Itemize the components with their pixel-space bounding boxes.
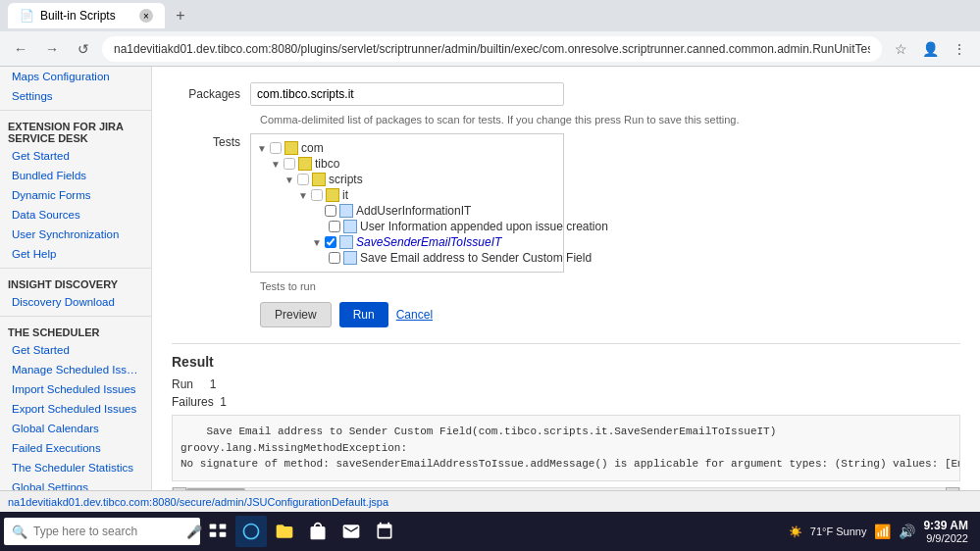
tab-close-btn[interactable]: ×: [139, 9, 153, 23]
tab-bar: 📄 Built-in Scripts × +: [0, 0, 980, 31]
sidebar-item-manage-scheduled[interactable]: Manage Scheduled Issues: [0, 360, 151, 379]
taskbar-search-input[interactable]: [33, 525, 181, 538]
run-button[interactable]: Run: [339, 302, 388, 327]
search-icon: 🔍: [12, 525, 27, 539]
button-row: Preview Run Cancel: [260, 302, 960, 327]
tree-node-saveemail[interactable]: Save Email address to Sender Custom Fiel…: [326, 250, 557, 266]
result-error-box: Save Email address to Sender Custom Fiel…: [172, 415, 960, 481]
tree-icon-it: [326, 188, 339, 202]
taskbar-icon-file-explorer[interactable]: [269, 516, 300, 547]
tree-text-saveemail: Save Email address to Sender Custom Fiel…: [360, 251, 592, 265]
tree-icon-scripts: [312, 173, 326, 186]
tree-text-com: com: [301, 141, 324, 155]
run-label: Run: [172, 377, 193, 391]
sidebar-item-global-calendars[interactable]: Global Calendars: [0, 419, 151, 438]
forward-button[interactable]: →: [39, 36, 65, 62]
sidebar-item-failed-executions[interactable]: Failed Executions: [0, 438, 151, 458]
sidebar-item-get-started-ext[interactable]: Get Started: [0, 146, 151, 166]
tree-check-com[interactable]: [270, 142, 282, 154]
run-value: 1: [210, 377, 217, 391]
weather-temp: 71°F Sunny: [810, 526, 867, 537]
result-stats-run: Run 1: [172, 377, 960, 391]
sidebar-item-bundled-fields[interactable]: Bundled Fields: [0, 166, 151, 185]
tree-node-scripts[interactable]: ▼ scripts: [284, 172, 557, 187]
cortana-icon[interactable]: 🎤: [186, 525, 202, 539]
sidebar-item-data-sources[interactable]: Data Sources: [0, 205, 151, 225]
svg-rect-1: [220, 525, 227, 529]
tree-check-adduserinfo[interactable]: [325, 205, 336, 217]
cancel-button[interactable]: Cancel: [396, 302, 433, 327]
tree-node-adduserinfo-sub[interactable]: User Information appended upon issue cre…: [326, 219, 557, 234]
tree-check-sub1[interactable]: [329, 221, 340, 232]
tree-node-savesender[interactable]: ▼ SaveSenderEmailToIssueIT: [312, 234, 557, 250]
sidebar-item-maps-config[interactable]: Maps Configuration: [0, 67, 151, 86]
tree-toggle-savesender[interactable]: ▼: [312, 237, 322, 248]
tree-node-tibco[interactable]: ▼ tibco: [271, 156, 557, 172]
taskbar-icon-calendar[interactable]: [369, 516, 400, 547]
browser-chrome: 📄 Built-in Scripts × + ← → ↺ ☆ 👤 ⋮: [0, 0, 980, 67]
task-view-button[interactable]: [202, 516, 233, 547]
tree-check-tibco[interactable]: [284, 158, 295, 170]
tree-node-it[interactable]: ▼ it: [298, 187, 557, 203]
tree-icon-savesender: [339, 235, 353, 249]
tests-to-run: Tests to run: [260, 280, 960, 292]
address-bar[interactable]: [102, 36, 882, 62]
sidebar: Maps Configuration Settings EXTENSION FO…: [0, 67, 152, 551]
clock[interactable]: 9:39 AM 9/9/2022: [923, 519, 968, 544]
svg-rect-2: [210, 532, 217, 537]
sidebar-section-scheduler: THE SCHEDULER: [0, 321, 151, 340]
new-tab-button[interactable]: +: [169, 4, 192, 27]
taskbar-icon-edge[interactable]: [235, 516, 267, 547]
packages-input[interactable]: [250, 82, 564, 106]
sidebar-item-export-scheduled[interactable]: Export Scheduled Issues: [0, 399, 151, 419]
tree-check-scripts[interactable]: [297, 174, 309, 185]
tree-check-saveemail[interactable]: [329, 252, 340, 264]
preview-button[interactable]: Preview: [260, 302, 332, 327]
result-title: Result: [172, 354, 960, 370]
tree-toggle-tibco[interactable]: ▼: [271, 159, 281, 170]
tab-icon: 📄: [20, 9, 34, 23]
tree-icon-tibco: [298, 157, 312, 171]
tree-icon-adduserinfo: [339, 204, 353, 218]
tree-icon-saveemail: [343, 251, 357, 265]
network-icon[interactable]: 📶: [874, 524, 891, 539]
tree-node-adduserinfo[interactable]: AddUserInformationIT: [312, 203, 557, 219]
tree-toggle-it[interactable]: ▼: [298, 190, 308, 201]
tree-toggle-com[interactable]: ▼: [257, 143, 267, 154]
sidebar-item-settings[interactable]: Settings: [0, 86, 151, 106]
result-stats-failures: Failures 1: [172, 395, 960, 409]
menu-button[interactable]: ⋮: [947, 36, 972, 62]
sidebar-item-dynamic-forms[interactable]: Dynamic Forms: [0, 185, 151, 205]
tree-toggle-scripts[interactable]: ▼: [284, 175, 294, 185]
tree-container: ▼ com ▼ tibco ▼ scripts: [250, 133, 564, 273]
sidebar-item-scheduler-get-started[interactable]: Get Started: [0, 340, 151, 360]
active-tab[interactable]: 📄 Built-in Scripts ×: [8, 3, 165, 28]
tree-text-sub1: User Information appended upon issue cre…: [360, 220, 608, 233]
tree-icon-com: [284, 141, 298, 155]
volume-icon[interactable]: 🔊: [899, 524, 915, 539]
sidebar-item-scheduler-stats[interactable]: The Scheduler Statistics: [0, 458, 151, 477]
back-button[interactable]: ←: [8, 36, 33, 62]
profile-button[interactable]: 👤: [917, 36, 943, 62]
packages-hint: Comma-delimited list of packages to scan…: [260, 114, 960, 125]
tab-title: Built-in Scripts: [40, 9, 116, 23]
tree-check-it[interactable]: [311, 189, 323, 201]
refresh-button[interactable]: ↺: [71, 36, 96, 62]
status-bar: na1devitiakd01.dev.tibco.com:8080/secure…: [0, 490, 980, 512]
taskbar-icon-store[interactable]: [302, 516, 334, 547]
status-url: na1devitiakd01.dev.tibco.com:8080/secure…: [8, 496, 388, 508]
sidebar-item-get-help[interactable]: Get Help: [0, 244, 151, 264]
sidebar-divider-1: [0, 110, 151, 111]
sidebar-item-user-sync[interactable]: User Synchronization: [0, 225, 151, 244]
taskbar-search-box[interactable]: 🔍 🎤: [4, 518, 200, 545]
bookmark-button[interactable]: ☆: [888, 36, 913, 62]
failures-value: 1: [220, 395, 227, 409]
result-section: Result Run 1 Failures 1 Save Email addre…: [172, 343, 960, 499]
tree-text-tibco: tibco: [315, 157, 339, 171]
sidebar-item-discovery-download[interactable]: Discovery Download: [0, 292, 151, 312]
taskbar-icon-mail[interactable]: [335, 516, 367, 547]
tree-node-com[interactable]: ▼ com: [257, 140, 557, 156]
sidebar-item-import-scheduled[interactable]: Import Scheduled Issues: [0, 379, 151, 399]
taskbar: 🔍 🎤 ☀️ 71°F Sunny 📶 🔊 9:39 AM 9/9/2022: [0, 512, 980, 551]
tree-check-savesender[interactable]: [325, 236, 336, 248]
